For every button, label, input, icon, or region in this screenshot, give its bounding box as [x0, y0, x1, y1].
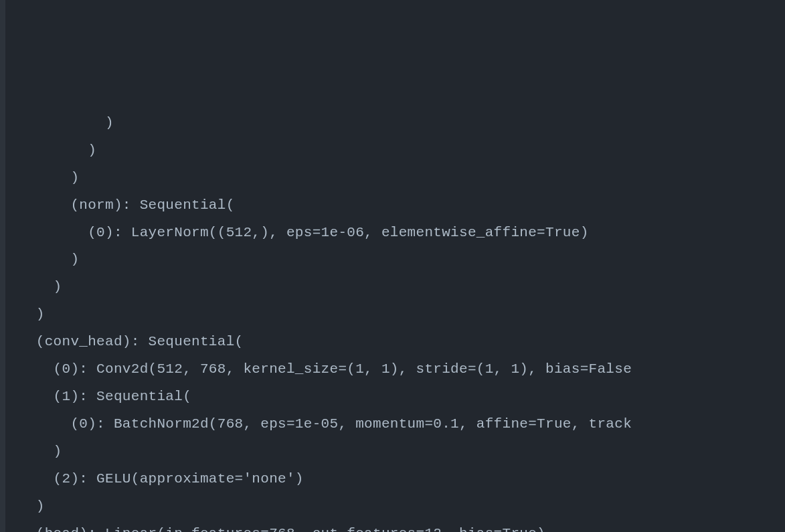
code-line: )	[19, 246, 785, 274]
code-line: )	[19, 493, 785, 521]
code-line: (0): BatchNorm2d(768, eps=1e-05, momentu…	[19, 411, 785, 438]
code-line: )	[19, 165, 785, 192]
code-line: (2): GELU(approximate='none')	[19, 466, 785, 493]
code-output: ) ) ) (norm): Sequential( (0): LayerNorm…	[19, 110, 785, 532]
code-line: (conv_head): Sequential(	[19, 329, 785, 356]
code-line: (0): Conv2d(512, 768, kernel_size=(1, 1)…	[19, 356, 785, 383]
code-line: )	[19, 110, 785, 137]
code-line: )	[19, 137, 785, 165]
code-line: (0): LayerNorm((512,), eps=1e-06, elemen…	[19, 219, 785, 247]
code-line: (1): Sequential(	[19, 383, 785, 411]
code-line: )	[19, 301, 785, 329]
code-line: )	[19, 274, 785, 301]
code-line: )	[19, 438, 785, 466]
code-line: (head): Linear(in_features=768, out_feat…	[19, 521, 785, 532]
code-line: (norm): Sequential(	[19, 192, 785, 219]
